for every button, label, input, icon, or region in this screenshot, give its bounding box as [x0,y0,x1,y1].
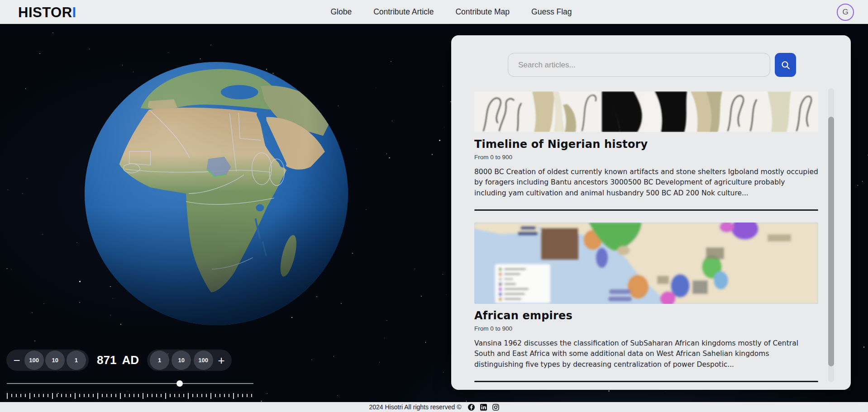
year-increment-button[interactable]: + [215,355,227,366]
nav-item-contribute-map[interactable]: Contribute Map [455,7,510,17]
article-excerpt: Vansina 1962 discusses the classificatio… [474,338,818,370]
step-forward-1-button[interactable]: 1 [150,350,169,370]
social-icons [468,404,499,411]
timeline-ruler [7,393,253,399]
article-image-empires-map [474,223,818,304]
article-card-nigerian-history[interactable]: Timeline of Nigerian history From 0 to 9… [474,91,818,199]
year-slider-line [7,383,253,384]
timeline-decrement-group: − 100 10 1 [6,350,89,371]
year-slider-thumb[interactable] [176,380,183,387]
step-back-10-button[interactable]: 10 [45,350,65,370]
nav-item-globe[interactable]: Globe [330,7,352,17]
linkedin-icon[interactable] [480,404,487,411]
panel-scrollbar-thumb[interactable] [828,117,834,366]
article-excerpt: 8000 BC Creation of oldest currently kno… [474,167,818,199]
panel-scrollbar-track[interactable] [828,88,834,382]
footer: 2024 Hisotri All rights reserved © [0,402,868,412]
article-title: Timeline of Nigerian history [474,138,818,151]
main-nav: Globe Contribute Article Contribute Map … [330,0,572,24]
user-avatar[interactable]: G [837,4,854,21]
timeline-buttons-row: − 100 10 1 871 AD 1 10 100 + [6,350,232,371]
nav-item-guess-flag[interactable]: Guess Flag [531,7,572,17]
article-card-african-empires[interactable]: African empires From 0 to 900 Vansina 19… [474,223,818,370]
search-input[interactable] [508,53,770,77]
step-forward-10-button[interactable]: 10 [172,350,191,370]
brand-logo-main: HISTOR [18,5,72,20]
search-icon [780,60,791,71]
year-era: AD [122,353,139,367]
step-back-1-button[interactable]: 1 [67,350,86,370]
earth-globe[interactable] [83,60,350,327]
article-title: African empires [474,309,818,322]
brand-logo[interactable]: HISTORI [18,5,76,21]
step-back-100-button[interactable]: 100 [24,350,44,370]
brand-logo-accent: I [72,5,76,20]
page: HISTORI Globe Contribute Article Contrib… [0,0,868,412]
year-slider-track[interactable] [7,380,253,387]
articles-panel: Timeline of Nigerian history From 0 to 9… [451,35,851,390]
main-area: − 100 10 1 871 AD 1 10 100 + [0,24,868,402]
nav-item-contribute-article[interactable]: Contribute Article [373,7,434,17]
facebook-icon[interactable] [468,404,475,411]
current-year-display: 871 AD [89,353,147,367]
year-value: 871 [97,353,116,367]
article-image-nok-sketch [474,91,818,132]
navbar: HISTORI Globe Contribute Article Contrib… [0,0,868,24]
timeline-increment-group: 1 10 100 + [147,350,232,371]
card-separator [474,209,818,211]
article-range: From 0 to 900 [474,154,818,161]
copyright-text: 2024 Hisotri All rights reserved © [369,403,461,411]
card-separator [474,381,818,382]
step-forward-100-button[interactable]: 100 [194,350,213,370]
instagram-icon[interactable] [492,404,499,411]
search-button[interactable] [775,53,796,77]
year-decrement-button[interactable]: − [11,355,23,366]
article-range: From 0 to 900 [474,325,818,332]
